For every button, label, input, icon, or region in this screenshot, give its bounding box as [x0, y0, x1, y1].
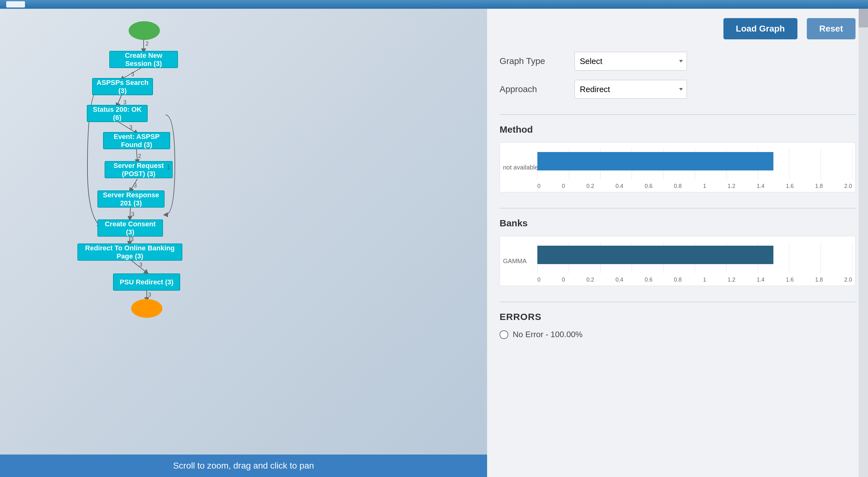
errors-title: ERRORS: [500, 312, 856, 322]
method-section: Method not available: [500, 124, 856, 202]
end-node[interactable]: [131, 299, 162, 318]
server-response-node[interactable]: Server Response 201 (3): [97, 190, 164, 208]
svg-line-3: [117, 121, 136, 133]
arrow-label-8: 3: [130, 236, 134, 243]
arrow-label-right: 1: [167, 164, 170, 171]
svg-line-6: [130, 206, 130, 219]
grid-line: [820, 243, 821, 273]
banks-axis-labels: 0 0 0.2 0.4 0.6 0.8 1 1.2 1.4 1.6 1.8 2.…: [537, 277, 852, 283]
approach-label: Approach: [500, 84, 568, 94]
arrow-label-3: 3: [123, 99, 126, 106]
svg-line-8: [130, 259, 147, 273]
logo-image: [6, 1, 25, 7]
arrow-label-6: 3: [134, 182, 137, 189]
banks-bar: [537, 246, 773, 264]
main-content: Create New Session (3) ASPSPs Search (3)…: [0, 9, 868, 477]
graph-type-select[interactable]: Select Flowchart Sequence: [575, 52, 687, 70]
arrow-label-1: 2: [146, 40, 149, 47]
arrow-label-4: 3: [129, 124, 132, 131]
method-chart: not available: [500, 142, 856, 192]
reset-button[interactable]: Reset: [807, 18, 856, 39]
psu-redirect-node[interactable]: PSU Redirect (3): [113, 274, 180, 291]
grid-line: [820, 149, 821, 180]
arrow-label-7: 3: [131, 211, 134, 218]
divider-3: [500, 301, 856, 302]
arrow-label-10: 3: [148, 292, 151, 298]
arrow-label-2: 3: [131, 71, 134, 78]
flow-arrows: [0, 9, 487, 454]
approach-select[interactable]: Redirect Decoupled Embedded: [575, 80, 687, 99]
create-new-session-node[interactable]: Create New Session (3): [109, 51, 178, 68]
arrow-label-9: 3: [139, 262, 143, 268]
load-graph-button[interactable]: Load Graph: [723, 18, 798, 39]
banks-section: Banks GAMMA: [500, 218, 856, 295]
svg-line-4: [136, 149, 137, 162]
method-bar: [537, 152, 773, 170]
divider-2: [500, 208, 856, 209]
redirect-banking-node[interactable]: Redirect To Online Banking Page (3): [78, 244, 182, 261]
server-request-node[interactable]: Server Request (POST) (3): [104, 161, 173, 178]
create-consent-node[interactable]: Create Consent (3): [97, 219, 163, 236]
banks-title: Banks: [500, 218, 856, 228]
aspsps-search-node[interactable]: ASPSPs Search (3): [92, 78, 153, 95]
start-node[interactable]: [129, 21, 160, 40]
scrollbar-thumb[interactable]: [859, 9, 868, 28]
method-axis-labels: 0 0 0.2 0.4 0.6 0.8 1 1.2 1.4 1.6 1.8 2.…: [537, 183, 852, 190]
banks-chart-gamma-label: GAMMA: [503, 258, 527, 265]
scrollbar[interactable]: [859, 9, 868, 477]
graph-type-label: Graph Type: [500, 56, 568, 66]
logo: [6, 1, 25, 7]
banks-chart: GAMMA: [500, 236, 856, 286]
method-title: Method: [500, 124, 856, 135]
approach-row: Approach Redirect Decoupled Embedded: [500, 80, 856, 99]
flow-canvas[interactable]: Create New Session (3) ASPSPs Search (3)…: [0, 9, 487, 454]
banks-chart-bars: [537, 243, 852, 273]
method-chart-not-available: not available: [503, 164, 538, 171]
flow-hint: Scroll to zoom, drag and click to pan: [0, 454, 487, 477]
no-error-label: No Error - 100.00%: [513, 330, 583, 339]
toolbar: Load Graph Reset: [500, 15, 856, 39]
arrow-label-5: 2: [138, 153, 141, 160]
top-bar: [0, 0, 868, 9]
method-chart-bars: [537, 149, 852, 180]
grid-line: [852, 243, 852, 273]
grid-line: [852, 149, 852, 180]
errors-section: ERRORS No Error - 100.00%: [500, 312, 856, 339]
flow-panel[interactable]: Create New Session (3) ASPSPs Search (3)…: [0, 9, 487, 477]
right-panel: Load Graph Reset Graph Type Select Flowc…: [487, 9, 868, 477]
error-item-no-error: No Error - 100.00%: [500, 330, 856, 339]
radio-no-error[interactable]: [500, 330, 508, 339]
svg-line-2: [117, 95, 122, 105]
divider-1: [500, 114, 856, 115]
graph-type-row: Graph Type Select Flowchart Sequence: [500, 52, 856, 70]
status-200-node[interactable]: Status 200: OK (6): [87, 105, 148, 122]
event-aspsp-found-node[interactable]: Event: ASPSP Found (3): [103, 132, 170, 149]
